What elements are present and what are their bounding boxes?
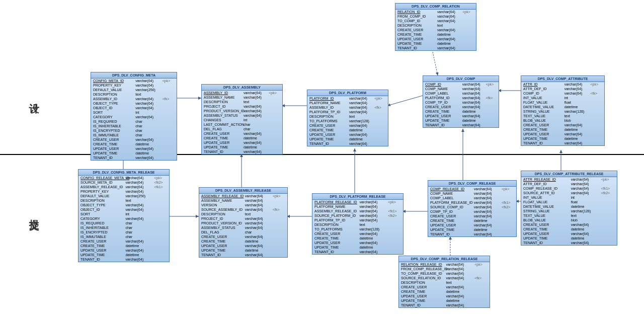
table-column: UPDATE_USERvarchar(64) — [395, 37, 476, 41]
table-column: UPDATE_USERvarchar(64) — [312, 241, 403, 245]
table-column: INT_VALUEint — [521, 195, 617, 200]
table-column: UPDATE_TIMEdatetime — [428, 227, 516, 232]
table-column: DEFAULT_VALUEvarchar(256) — [78, 194, 169, 198]
entity-table-assembly: DPS_DLV_ASSEMBLYASSEMBLY_IDvarchar(64)<p… — [201, 84, 283, 154]
table-column: UPDATE_TIMEdatetime — [395, 41, 476, 46]
table-column: UPDATE_USERvarchar(64) — [423, 114, 499, 118]
table-title: DPS_DLV_ASSEMBLY_RELEASE — [199, 188, 287, 194]
table-column: COMP_LABELvarchar(64) — [428, 196, 516, 200]
table-column: TEXT_VALUEtext — [521, 213, 617, 218]
table-column: UPDATE_TIMEdatetime — [307, 137, 388, 141]
table-column: CREATE_USERvarchar(64) — [199, 234, 287, 239]
table-column: DESCRIPTIONtext — [78, 198, 169, 203]
table-column: CREATE_USERvarchar(64) — [395, 28, 476, 32]
table-column: COMP_TP_IDvarchar(64) — [428, 209, 516, 214]
table-column: PROPERTY_KEYvarchar(64) — [91, 83, 177, 88]
table-column: COMP_TP_IDvarchar(64) — [423, 100, 499, 105]
table-column: CONFIG_META_IDvarchar(64)<pk> — [91, 78, 177, 83]
table-column: IS_IMMUTABLEchar — [78, 234, 169, 239]
table-column: IS_ENCRYPTEDchar — [91, 128, 177, 133]
table-column: TO_COMP_RELEASE_IDvarchar(64) — [399, 271, 490, 276]
table-title: DPS_DLV_CONFIG_META_RELEASE — [78, 170, 169, 176]
table-title: DPS_DLV_COMP_ATTRIBUTE — [521, 76, 604, 82]
table-column: PLATFORM_NAMEvarchar(64) — [307, 101, 388, 105]
table-column: CREATE_TIMEdatetime — [423, 109, 499, 114]
table-column: CREATE_TIMEdatetime — [312, 236, 403, 241]
table-column: TO_PLATFORMSvarchar(128) — [307, 119, 388, 123]
table-column: ASSEMBLY_STATUSvarchar(64) — [202, 113, 282, 118]
table-column: IS_INHERITABLEchar — [78, 225, 169, 230]
table-column: PLATFORM_TP_IDvarchar(64) — [312, 218, 403, 222]
table-column: UPDATE_USERvarchar(64) — [521, 231, 617, 236]
table-column: STRING_VALUEvarchar(128) — [521, 109, 604, 114]
table-column: CREATE_TIMEdatetime — [78, 244, 169, 248]
table-column: PLATFORM_TP_IDvarchar(64) — [307, 110, 388, 114]
table-column: ASSEMBLY_RELEASE_IDvarchar(64)<pk> — [199, 194, 287, 198]
table-column: UPDATE_TIMEdatetime — [202, 145, 282, 149]
table-column: COMP_IDvarchar(64)<fk> — [521, 91, 604, 96]
table-column: UPDATE_TIMEdatetime — [78, 253, 169, 257]
table-column: PROJECT_IDvarchar(64) — [199, 216, 287, 221]
table-column: COMP_RELEASE_IDvarchar(64)<fk1> — [521, 186, 617, 191]
table-column: CHANGESint — [202, 118, 282, 122]
table-column: COMP_NAMEvarchar(64) — [428, 191, 516, 196]
table-column: SOURCE_PLATFORM_IDvarchar(64)<fk2> — [312, 213, 403, 218]
table-column: CREATE_TIMEdatetime — [428, 218, 516, 223]
table-title: DPS_DLV_COMP — [423, 76, 499, 82]
table-column: ASSEMBLY_IDvarchar(64)<fk> — [91, 97, 177, 101]
table-column: CREATE_TIMEdatetime — [307, 128, 388, 132]
table-column: TENANT_IDvarchar(64) — [307, 141, 388, 146]
table-column: OBJECT_TYPEvarchar(64) — [91, 101, 177, 106]
table-column: COMP_NAMEvarchar(64) — [423, 87, 499, 91]
table-column: BLOB_VALUEblob — [521, 218, 617, 222]
entity-table-comp_attr_rel: DPS_DLV_COMP_ATTRIBUTE_RELEASEATTR_RELEA… — [521, 171, 617, 246]
table-column: IS_REQUIREDchar — [91, 119, 177, 124]
table-column: TO_PLATFORMSvarchar(128) — [312, 227, 403, 231]
table-column: ASSEMBLY_RELEASE_IDvarchar(64)<fk1> — [78, 185, 169, 189]
table-column: CATEGORYvarchar(64) — [78, 216, 169, 221]
table-column: TENANT_IDvarchar(64) — [199, 253, 287, 257]
entity-table-comp_attr: DPS_DLV_COMP_ATTRIBUTEATTR_IDvarchar(64)… — [521, 75, 605, 146]
table-column: CREATE_USERvarchar(64) — [521, 222, 617, 227]
table-column: UPDATE_USERvarchar(64) — [91, 146, 177, 151]
table-column: CREATE_USERvarchar(64) — [399, 285, 490, 289]
table-column: TENANT_IDvarchar(64) — [423, 123, 499, 127]
table-column: ATTR_IDvarchar(64)<pk> — [521, 82, 604, 87]
table-column: IS_REQUIREDchar — [78, 221, 169, 225]
table-column: PROPERTY_KEYvarchar(64) — [78, 189, 169, 194]
table-column: SORTint — [78, 212, 169, 216]
table-title: DPS_DLV_COMP_RELATION — [395, 4, 476, 10]
table-column: UPDATE_USERvarchar(64) — [202, 140, 282, 145]
table-column: CREATE_USERvarchar(64) — [423, 105, 499, 109]
table-column: CREATE_USERvarchar(64) — [307, 123, 388, 128]
table-column: DESCRIPTIONtext — [395, 23, 476, 28]
table-column: UPDATE_USERvarchar(64) — [521, 132, 604, 136]
table-column: PRODUCT_VERSION_IDvarchar(64) — [202, 109, 282, 113]
table-column: DEL_FLAGchar — [202, 127, 282, 131]
table-column: TEXT_VALUEtext — [521, 114, 604, 118]
table-column: LAST_COMMIT_ACTIONchar — [202, 122, 282, 127]
table-column: FLOAT_VALUEfloat — [521, 100, 604, 105]
table-column: COMP_LABELvarchar(64) — [423, 91, 499, 96]
table-column: ATTR_DEF_IDvarchar(64) — [521, 182, 617, 186]
table-column: UPDATE_USERvarchar(64) — [307, 132, 388, 137]
table-column: ATTR_DEF_IDvarchar(64) — [521, 87, 604, 91]
table-column: UPDATE_USERvarchar(64) — [78, 248, 169, 253]
table-column: TENANT_IDvarchar(64) — [78, 257, 169, 262]
table-column: UPDATE_TIMEdatetime — [521, 236, 617, 241]
table-column: FLOAT_VALUEfloat — [521, 200, 617, 204]
table-column: CREATE_TIMEdatetime — [521, 227, 617, 231]
table-column: IS_IMMUTABLEchar — [91, 133, 177, 137]
table-column: SORTint — [91, 110, 177, 115]
table-title: DPS_DLV_COMP_RELATION_RELEASE — [399, 256, 490, 262]
table-title: DPS_DLV_PLATFORM_RELEASE — [312, 194, 403, 200]
table-column: UPDATE_TIMEdatetime — [312, 245, 403, 250]
table-column: TENANT_IDvarchar(64) — [91, 155, 177, 160]
table-title: DPS_DLV_COMP_RELEASE — [428, 181, 516, 187]
table-column: UPDATE_TIMEdatetime — [423, 118, 499, 123]
table-column: OBJECT_IDvarchar(64) — [91, 106, 177, 110]
table-column: CREATE_USERvarchar(64) — [428, 214, 516, 218]
table-column: PLATFORM_RELEASE_IDvarchar(64)<pk> — [312, 200, 403, 204]
table-column: PLATFORM_IDvarchar(64)<fk> — [423, 96, 499, 100]
table-column: CREATE_USERvarchar(64) — [202, 131, 282, 136]
